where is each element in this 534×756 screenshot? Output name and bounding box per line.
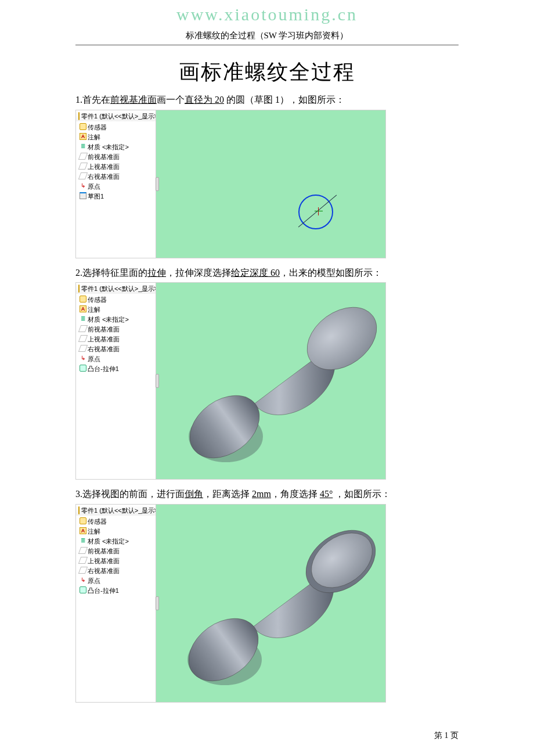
part-icon bbox=[78, 112, 80, 120]
tree-list: 传感器 A注解 ≣材质 <未指定> 前视基准面 上视基准面 右视基准面 ↳原点 … bbox=[76, 516, 156, 596]
tree-item-front-plane: 前视基准面 bbox=[80, 325, 156, 334]
label: 材质 <未指定> bbox=[88, 143, 129, 150]
underline-diameter-20: 直径为 20 bbox=[185, 95, 224, 105]
text: ，如图所示： bbox=[333, 489, 391, 499]
label: 右视基准面 bbox=[88, 345, 120, 352]
tree-item-extrude: 凸台-拉伸1 bbox=[80, 364, 156, 374]
plane-icon bbox=[78, 163, 88, 170]
label: 原点 bbox=[88, 183, 100, 190]
doc-header: 标准螺纹的全过程（SW 学习班内部资料） bbox=[0, 26, 534, 45]
plane-icon bbox=[78, 172, 88, 179]
origin-icon: ↳ bbox=[80, 355, 86, 362]
plane-icon bbox=[78, 153, 88, 160]
text: ，角度选择 bbox=[271, 489, 320, 499]
label: 传感器 bbox=[88, 296, 107, 303]
tree-item-sensor: 传感器 bbox=[80, 517, 156, 527]
label: 原点 bbox=[88, 577, 100, 584]
label: 前视基准面 bbox=[88, 153, 120, 160]
text: 3.选择视图的前面，进行面 bbox=[75, 489, 185, 499]
label: 注解 bbox=[88, 306, 100, 313]
part-icon bbox=[78, 506, 80, 514]
label: 传感器 bbox=[88, 518, 107, 525]
page-title: 画标准螺纹全过程 bbox=[0, 56, 534, 91]
page-number: 第 1 页 bbox=[0, 710, 534, 741]
tree-item-right-plane: 右视基准面 bbox=[80, 566, 156, 576]
tree-item-material: ≣材质 <未指定> bbox=[80, 142, 156, 152]
label: 右视基准面 bbox=[88, 567, 120, 574]
tree-root: 零件1 (默认<<默认>_显示状态 bbox=[76, 111, 156, 121]
label: 上视基准面 bbox=[88, 336, 120, 343]
label: 注解 bbox=[88, 134, 100, 141]
cylinder-model bbox=[156, 283, 385, 479]
label: 上视基准面 bbox=[88, 163, 120, 170]
text: ，出来的模型如图所示： bbox=[280, 268, 382, 278]
feature-tree-pane: 零件1 (默认<<默认>_显示状态 传感器 A注解 ≣材质 <未指定> 前视基准… bbox=[76, 110, 156, 258]
material-icon: ≣ bbox=[80, 315, 86, 322]
tree-item-origin: ↳原点 bbox=[80, 354, 156, 364]
text: 1.首先在 bbox=[75, 95, 110, 105]
watermark-url: www.xiaotouming.cn bbox=[0, 0, 534, 26]
feature-tree-pane: 零件1 (默认<<默认>_显示状态 传感器 A注解 ≣材质 <未指定> 前视基准… bbox=[76, 283, 156, 479]
underline-45deg: 45° bbox=[320, 489, 333, 499]
annotation-icon: A bbox=[80, 527, 86, 534]
tree-root-label: 零件1 (默认<<默认>_显示状态 bbox=[81, 113, 156, 120]
label: 右视基准面 bbox=[88, 173, 120, 180]
tree-root: 零件1 (默认<<默认>_显示状态 bbox=[76, 284, 156, 294]
content-area: 1.首先在前视基准面画一个直径为 20 的圆（草图 1），如图所示： 零件1 (… bbox=[0, 92, 534, 703]
underline-front-plane: 前视基准面 bbox=[110, 95, 157, 105]
tree-list: 传感器 A注解 ≣材质 <未指定> 前视基准面 上视基准面 右视基准面 ↳原点 … bbox=[76, 294, 156, 374]
viewport bbox=[156, 505, 385, 702]
origin-icon: ↳ bbox=[80, 577, 86, 584]
label: 材质 <未指定> bbox=[88, 538, 129, 545]
tree-item-origin: ↳原点 bbox=[80, 576, 156, 586]
pane-splitter[interactable] bbox=[156, 177, 159, 191]
label: 上视基准面 bbox=[88, 557, 120, 564]
text: ，距离选择 bbox=[203, 489, 252, 499]
tree-item-origin: ↳原点 bbox=[80, 182, 156, 192]
document-page: www.xiaotouming.cn 标准螺纹的全过程（SW 学习班内部资料） … bbox=[0, 0, 534, 756]
label: 注解 bbox=[88, 528, 100, 535]
tree-root-label: 零件1 (默认<<默认>_显示状态 bbox=[81, 285, 156, 292]
underline-extrude: 拉伸 bbox=[147, 268, 166, 278]
tree-item-right-plane: 右视基准面 bbox=[80, 344, 156, 354]
origin-icon: ↳ bbox=[80, 182, 86, 189]
solidworks-screenshot-1: 零件1 (默认<<默认>_显示状态 传感器 A注解 ≣材质 <未指定> 前视基准… bbox=[75, 110, 386, 258]
sketch-circle bbox=[298, 195, 333, 229]
footer-watermark: 小透明网盘搜索 不是最全,但一定会是最 美的百度网盘搜索引擎 bbox=[0, 741, 534, 756]
label: 凸台-拉伸1 bbox=[88, 587, 119, 594]
label: 凸台-拉伸1 bbox=[88, 365, 119, 372]
figure-1: 零件1 (默认<<默认>_显示状态 传感器 A注解 ≣材质 <未指定> 前视基准… bbox=[75, 110, 459, 258]
annotation-icon: A bbox=[80, 305, 86, 312]
tree-item-sketch1: 草图1 bbox=[80, 192, 156, 201]
tree-item-top-plane: 上视基准面 bbox=[80, 162, 156, 172]
tree-item-material: ≣材质 <未指定> bbox=[80, 315, 156, 325]
tree-item-extrude: 凸台-拉伸1 bbox=[80, 586, 156, 596]
sensor-icon bbox=[80, 517, 86, 524]
cylinder-chamfer-model bbox=[156, 505, 385, 702]
sensor-icon bbox=[80, 296, 86, 303]
step-2-text: 2.选择特征里面的拉伸，拉伸深度选择给定深度 60，出来的模型如图所示： bbox=[75, 265, 459, 280]
tree-item-sensor: 传感器 bbox=[80, 295, 156, 305]
tree-item-front-plane: 前视基准面 bbox=[80, 546, 156, 556]
origin-marker bbox=[315, 207, 323, 215]
text: 2.选择特征里面的 bbox=[75, 268, 147, 278]
text: ，拉伸深度选择 bbox=[166, 268, 231, 278]
step-3-text: 3.选择视图的前面，进行面倒角，距离选择 2mm，角度选择 45° ，如图所示： bbox=[75, 487, 459, 502]
plane-icon bbox=[78, 557, 88, 564]
tree-item-annotation: A注解 bbox=[80, 132, 156, 142]
step-1-text: 1.首先在前视基准面画一个直径为 20 的圆（草图 1），如图所示： bbox=[75, 92, 459, 107]
label: 传感器 bbox=[88, 124, 107, 131]
solidworks-screenshot-3: 零件1 (默认<<默认>_显示状态 传感器 A注解 ≣材质 <未指定> 前视基准… bbox=[75, 504, 386, 703]
viewport bbox=[156, 283, 385, 479]
tree-item-sensor: 传感器 bbox=[80, 123, 156, 132]
feature-icon bbox=[80, 586, 86, 593]
material-icon: ≣ bbox=[80, 143, 86, 150]
label: 材质 <未指定> bbox=[88, 316, 129, 323]
tree-item-annotation: A注解 bbox=[80, 305, 156, 315]
feature-tree-pane: 零件1 (默认<<默认>_显示状态 传感器 A注解 ≣材质 <未指定> 前视基准… bbox=[76, 505, 156, 702]
header-divider bbox=[75, 45, 459, 45]
label: 前视基准面 bbox=[88, 326, 120, 333]
tree-root-label: 零件1 (默认<<默认>_显示状态 bbox=[81, 507, 156, 514]
tree-item-right-plane: 右视基准面 bbox=[80, 172, 156, 182]
sensor-icon bbox=[80, 123, 86, 130]
